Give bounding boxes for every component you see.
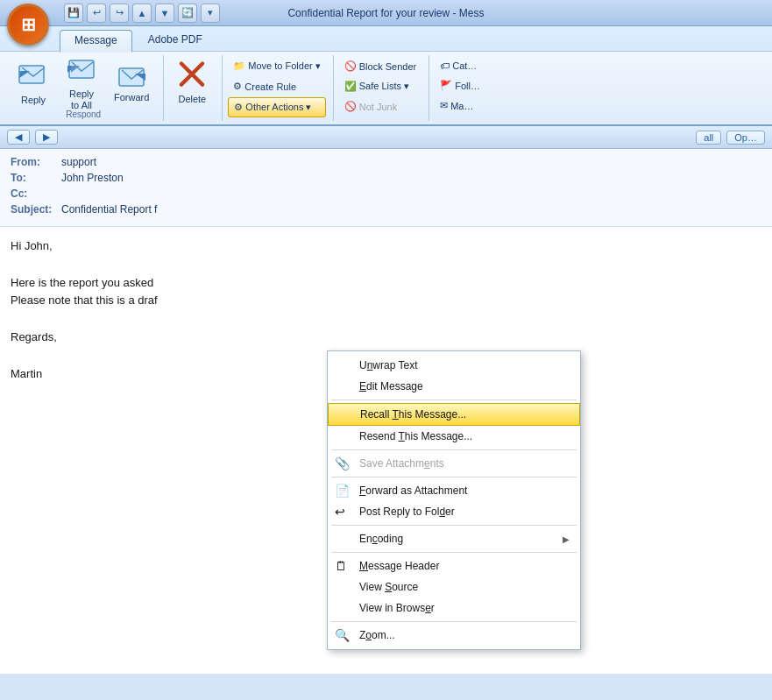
cc-label: Cc: (11, 187, 54, 200)
delete-group: Delete (166, 55, 223, 121)
reply-button[interactable]: Reply (11, 57, 56, 108)
message-header-label: Message Header (359, 560, 439, 572)
junk-buttons: 🚫 Block Sender ✅ Safe Lists ▾ 🚫 Not Junk (339, 57, 421, 116)
tab-adobe-pdf[interactable]: Adobe PDF (134, 30, 216, 51)
body-line2: Here is the report you asked (11, 274, 761, 293)
more-tool-button[interactable]: ▾ (201, 4, 220, 23)
junk-group: 🚫 Block Sender ✅ Safe Lists ▾ 🚫 Not Junk (336, 55, 429, 121)
safe-lists-label: Safe Lists ▾ (359, 81, 409, 92)
follow-up-icon: 🚩 (440, 80, 452, 91)
separator-5 (331, 552, 577, 553)
zoom-item[interactable]: 🔍 Zoom... (328, 625, 580, 646)
encoding-item[interactable]: Encoding ▶ (328, 528, 580, 549)
reply-label: Reply (21, 95, 46, 106)
move-folder-label: Move to Folder ▾ (248, 60, 320, 72)
create-rule-icon: ⚙ (233, 81, 242, 92)
delete-button[interactable]: Delete (169, 57, 215, 108)
up-tool-button[interactable]: ▲ (132, 4, 152, 23)
to-field: To: John Preston (11, 172, 761, 184)
post-reply-item[interactable]: ↩ Post Reply to Folder (328, 501, 580, 522)
resend-message-item[interactable]: Resend This Message... (328, 426, 580, 447)
actions-buttons: 📁 Move to Folder ▾ ⚙ Create Rule ⚙ Other… (228, 57, 325, 117)
undo-tool-button[interactable]: ↩ (87, 4, 106, 23)
post-reply-icon: ↩ (335, 505, 345, 519)
title-bar: 💾 ↩ ↪ ▲ ▼ 🔄 ▾ Confidential Report for yo… (0, 0, 772, 26)
block-sender-icon: 🚫 (344, 60, 357, 72)
create-rule-label: Create Rule (244, 81, 296, 92)
view-browser-item[interactable]: View in Browser (328, 597, 580, 619)
follow-up-button[interactable]: 🚩 Foll… (435, 76, 485, 95)
forward-attachment-item[interactable]: 📄 Forward as Attachment (328, 480, 580, 501)
down-tool-button[interactable]: ▼ (155, 4, 174, 23)
unwrap-text-item[interactable]: Unwrap Text (328, 355, 580, 376)
respond-group-label: Respond (66, 108, 101, 119)
safe-lists-icon: ✅ (344, 81, 357, 92)
respond-group: Reply Replyto All (7, 55, 164, 121)
separator-2 (331, 449, 577, 450)
window-title: Confidential Report for your review - Me… (287, 7, 484, 19)
prev-button[interactable]: ◀ (7, 130, 30, 145)
zoom-icon: 🔍 (335, 628, 350, 642)
follow-up-label: Foll… (455, 81, 480, 91)
mark-as-icon: ✉ (440, 100, 448, 111)
subject-label: Subject: (11, 203, 54, 216)
move-to-folder-button[interactable]: 📁 Move to Folder ▾ (228, 57, 325, 75)
edit-message-item[interactable]: Edit Message (328, 376, 580, 397)
ribbon-content: Reply Replyto All (0, 51, 772, 124)
more-buttons: 🏷 Cat… 🚩 Foll… ✉ Ma… (435, 57, 485, 115)
encoding-label: Encoding (359, 533, 403, 545)
forward-button[interactable]: Forward (107, 57, 156, 108)
post-reply-label: Post Reply to Folder (359, 506, 455, 518)
more-group: 🏷 Cat… 🚩 Foll… ✉ Ma… (431, 55, 492, 121)
reply-all-button[interactable]: Replyto All (59, 57, 104, 108)
body-greeting: Hi John, (11, 237, 761, 256)
create-rule-button[interactable]: ⚙ Create Rule (228, 77, 325, 95)
nav-all-button[interactable]: all (696, 131, 721, 145)
delete-label: Delete (178, 94, 206, 104)
actions-group: 📁 Move to Folder ▾ ⚙ Create Rule ⚙ Other… (224, 55, 333, 121)
next-button[interactable]: ▶ (35, 130, 58, 145)
separator-6 (331, 621, 577, 622)
other-actions-dropdown: Unwrap Text Edit Message Recall This Mes… (327, 350, 581, 650)
forward-attachment-icon: 📄 (335, 484, 350, 498)
safe-lists-button[interactable]: ✅ Safe Lists ▾ (339, 77, 421, 95)
redo-tool-button[interactable]: ↪ (110, 4, 129, 23)
cc-field: Cc: (11, 187, 761, 200)
mark-as-button[interactable]: ✉ Ma… (435, 96, 485, 115)
from-field: From: support (11, 156, 761, 168)
categories-button[interactable]: 🏷 Cat… (435, 57, 485, 74)
nav-bar: ◀ ▶ all Op… (0, 126, 772, 149)
respond-buttons: Reply Replyto All (11, 57, 156, 108)
resend-message-label: Resend This Message... (359, 430, 472, 442)
mail-area: From: support To: John Preston Cc: Subje… (0, 149, 772, 674)
message-header-item[interactable]: 🗒 Message Header (328, 555, 580, 576)
not-junk-button[interactable]: 🚫 Not Junk (339, 97, 421, 116)
not-junk-icon: 🚫 (344, 101, 357, 112)
from-label: From: (11, 156, 54, 168)
separator-4 (331, 525, 577, 526)
refresh-tool-button[interactable]: 🔄 (178, 4, 197, 23)
block-sender-button[interactable]: 🚫 Block Sender (339, 57, 421, 75)
categories-label: Cat… (452, 60, 477, 71)
delete-icon (176, 60, 208, 94)
categories-icon: 🏷 (440, 60, 450, 71)
message-header-icon: 🗒 (335, 559, 347, 573)
body-line3: Please note that this is a draf (11, 292, 761, 310)
view-source-label: View Source (359, 581, 418, 593)
edit-message-label: Edit Message (359, 380, 423, 392)
block-sender-label: Block Sender (359, 61, 416, 72)
nav-op-button[interactable]: Op… (726, 131, 765, 145)
office-button[interactable]: ⊞ (7, 4, 49, 46)
office-logo-icon: ⊞ (21, 14, 36, 35)
reply-all-icon (66, 53, 97, 88)
other-actions-icon: ⚙ (234, 102, 243, 113)
recall-message-item[interactable]: Recall This Message... (328, 403, 580, 426)
tab-message[interactable]: Message (60, 30, 132, 53)
save-attachments-item[interactable]: 📎 Save Attachments (328, 453, 580, 474)
to-label: To: (11, 172, 54, 184)
other-actions-button[interactable]: ⚙ Other Actions ▾ (228, 97, 325, 117)
save-attachments-icon: 📎 (335, 456, 350, 470)
mail-header: From: support To: John Preston Cc: Subje… (0, 149, 772, 227)
view-source-item[interactable]: View Source (328, 576, 580, 597)
save-tool-button[interactable]: 💾 (64, 4, 83, 23)
